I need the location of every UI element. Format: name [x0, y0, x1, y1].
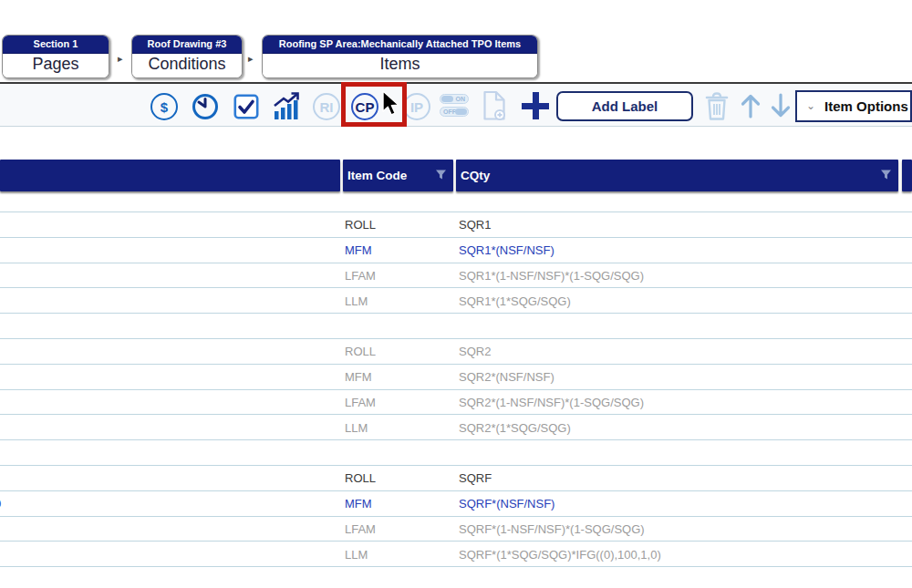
item-code-cell[interactable]: LFAM	[345, 268, 376, 282]
cqty-cell[interactable]: SQR1*(1*SQG/SQG)	[459, 294, 571, 307]
tab-pages-label[interactable]: Pages	[3, 54, 109, 77]
tab-conditions-label[interactable]: Conditions	[132, 54, 242, 77]
cqty-cell[interactable]: SQR2	[459, 345, 491, 358]
table-row[interactable]: MFMSQR1*(NSF/NSF)	[0, 238, 912, 263]
table-row[interactable]: LFAMSQR2*(1-NSF/NSF)*(1-SQG/SQG)	[0, 390, 912, 416]
table-row[interactable]: ROLLSQR2	[0, 339, 912, 365]
tab-conditions-header: Roof Drawing #3	[132, 36, 242, 54]
item-code-cell[interactable]: LLM	[345, 547, 368, 561]
add-label-text: Add Label	[592, 98, 658, 114]
column-header-partial	[902, 160, 912, 191]
on-off-toggle-icon: ON OFF	[440, 94, 469, 117]
filter-icon[interactable]	[435, 169, 447, 181]
cqty-cell[interactable]: SQR2*(1*SQG/SQG)	[459, 420, 571, 434]
tab-conditions[interactable]: Roof Drawing #3 Conditions	[131, 35, 243, 78]
cqty-cell[interactable]: SQR2*(NSF/NSF)	[459, 370, 554, 384]
cqty-cell[interactable]: SQR1*(1-NSF/NSF)*(1-SQG/SQG)	[459, 268, 644, 282]
table-row[interactable]: MFMSQR2*(NSF/NSF)	[0, 365, 912, 390]
toggle-knob	[455, 108, 467, 115]
time-icon[interactable]	[192, 93, 219, 120]
tab-pages[interactable]: Section 1 Pages	[2, 35, 109, 78]
cqty-cell[interactable]: SQRF*(1-NSF/NSF)*(1-SQG/SQG)	[459, 521, 645, 535]
table-row[interactable]: LFAMSQRF*(1-NSF/NSF)*(1-SQG/SQG)	[0, 517, 912, 542]
ip-glyph: IP	[410, 99, 423, 115]
item-code-cell[interactable]: MFM	[345, 243, 372, 257]
cqty-cell[interactable]: SQR1*(NSF/NSF)	[459, 243, 554, 257]
chevron-down-icon: ⌄	[806, 100, 815, 111]
ri-icon: RI	[313, 93, 340, 120]
item-code-cell[interactable]: MFM	[345, 497, 372, 511]
ip-icon: IP	[403, 93, 430, 120]
column-header-label: Item Code	[343, 169, 407, 182]
cqty-cell[interactable]: SQR2*(1-NSF/NSF)*(1-SQG/SQG)	[459, 395, 644, 408]
table-row[interactable]: LLMSQR2*(1*SQG/SQG)	[0, 415, 912, 440]
item-code-cell[interactable]: ROLL	[345, 345, 376, 358]
tab-items-label[interactable]: Items	[263, 54, 537, 77]
item-code-cell[interactable]: ROLL	[345, 218, 376, 232]
toggle-off-pill: OFF	[440, 107, 469, 117]
item-code-cell[interactable]: MFM	[345, 370, 372, 384]
table-row[interactable]: LLMSQRF*(1*SQG/SQG)*IFG((0),100,1,0)	[0, 542, 912, 567]
mouse-cursor	[382, 90, 400, 117]
filter-icon[interactable]	[880, 169, 892, 181]
plus-icon[interactable]	[522, 92, 549, 119]
table-row[interactable]: LFAMSQR1*(1-NSF/NSF)*(1-SQG/SQG)	[0, 263, 912, 289]
tab-items-header: Roofing SP Area:Mechanically Attached TP…	[263, 36, 537, 54]
item-options-text: Item Options	[824, 98, 908, 114]
toggle-on-label: ON	[456, 96, 466, 103]
cqty-cell[interactable]: SQRF*(NSF/NSF)	[459, 497, 554, 511]
column-header-cqty[interactable]: CQty	[456, 160, 898, 191]
table-row[interactable]: ROLLSQRF	[0, 466, 912, 491]
item-code-cell[interactable]: LFAM	[345, 395, 376, 408]
breadcrumb-arrow-icon: ▸	[118, 53, 123, 65]
table-row[interactable]	[0, 440, 912, 466]
dollar-glyph: $	[161, 99, 168, 115]
chart-icon[interactable]	[273, 92, 300, 120]
item-options-button[interactable]: ⌄ Item Options	[795, 90, 912, 122]
add-label-button[interactable]: Add Label	[556, 91, 693, 121]
move-up-icon[interactable]	[739, 92, 762, 119]
item-code-cell[interactable]: LLM	[345, 294, 368, 307]
table-row[interactable]: 0MFMSQRF*(NSF/NSF)	[0, 491, 912, 517]
trash-icon	[704, 91, 730, 121]
cqty-cell[interactable]: SQRF	[459, 471, 492, 485]
tab-pages-header: Section 1	[3, 36, 109, 54]
checkbox-icon[interactable]	[233, 94, 259, 119]
table-row[interactable]: ROLLSQR1	[0, 212, 912, 238]
toggle-knob	[441, 96, 453, 102]
column-header-blank[interactable]	[0, 160, 340, 191]
table-row[interactable]: LLMSQR1*(1*SQG/SQG)	[0, 288, 912, 314]
toggle-off-label: OFF	[443, 108, 456, 116]
column-header-label: CQty	[456, 169, 490, 182]
ri-glyph: RI	[320, 99, 334, 115]
add-document-icon	[482, 90, 506, 121]
cqty-cell[interactable]: SQR1	[459, 218, 491, 232]
breadcrumb-arrow-icon: ▸	[248, 53, 254, 65]
cqty-cell[interactable]: SQRF*(1*SQG/SQG)*IFG((0),100,1,0)	[459, 547, 661, 561]
toolbar: $ RI CP IP ON OFF	[0, 82, 912, 127]
column-header-item-code[interactable]: Item Code	[343, 160, 453, 191]
price-icon[interactable]: $	[150, 93, 178, 120]
item-code-cell[interactable]: LFAM	[345, 521, 376, 535]
item-code-cell[interactable]: LLM	[345, 420, 368, 434]
table-row[interactable]	[0, 314, 912, 339]
items-grid: ROLLSQR1MFMSQR1*(NSF/NSF)LFAMSQR1*(1-NSF…	[0, 211, 912, 567]
app-window: Section 1 Pages ▸ Roof Drawing #3 Condit…	[0, 0, 912, 588]
clipped-cell-fragment: 0	[0, 497, 1, 511]
item-code-cell[interactable]: ROLL	[345, 471, 376, 485]
toggle-on-pill: ON	[440, 94, 469, 104]
tab-items[interactable]: Roofing SP Area:Mechanically Attached TP…	[262, 35, 538, 78]
move-down-icon[interactable]	[769, 92, 793, 119]
